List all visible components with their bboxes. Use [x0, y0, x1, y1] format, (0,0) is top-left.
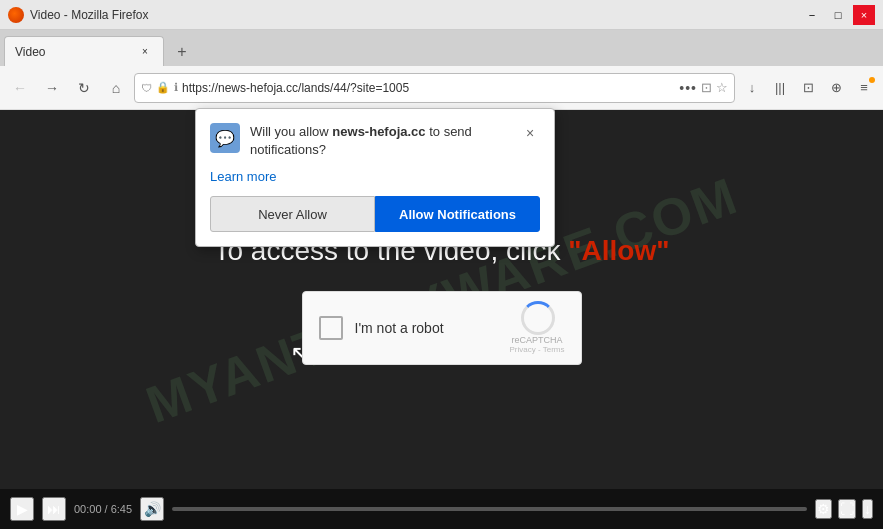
fullscreen-button[interactable]: ⛶ — [838, 499, 856, 519]
toolbar-right: ↓ ||| ⊡ ⊕ ≡ — [739, 75, 877, 101]
recaptcha-label: I'm not a robot — [355, 320, 498, 336]
titlebar: Video - Mozilla Firefox − □ × — [0, 0, 883, 30]
forward-button[interactable]: → — [38, 74, 66, 102]
recaptcha-box[interactable]: I'm not a robot reCAPTCHA Privacy - Term… — [302, 291, 582, 365]
zoom-button[interactable]: ⊕ — [823, 75, 849, 101]
progress-bar[interactable] — [172, 507, 807, 511]
allow-highlight: "Allow" — [568, 235, 669, 266]
maximize-button[interactable]: □ — [827, 5, 849, 25]
back-button[interactable]: ← — [6, 74, 34, 102]
home-button[interactable]: ⌂ — [102, 74, 130, 102]
recaptcha-logo: reCAPTCHA Privacy - Terms — [510, 301, 565, 354]
learn-more-link[interactable]: Learn more — [210, 169, 540, 184]
never-allow-button[interactable]: Never Allow — [210, 196, 375, 232]
allow-notifications-button[interactable]: Allow Notifications — [375, 196, 540, 232]
popup-close-button[interactable]: × — [520, 123, 540, 143]
notification-popup: 💬 Will you allow news-hefoja.cc to send … — [195, 108, 555, 247]
more-actions-button[interactable]: ••• — [679, 80, 697, 96]
right-controls: ⚙ ⛶ ↓ — [815, 499, 873, 519]
menu-button[interactable]: ≡ — [851, 75, 877, 101]
tab-label: Video — [15, 45, 45, 59]
new-tab-button[interactable]: + — [168, 38, 196, 66]
skip-button[interactable]: ⏭ — [42, 497, 66, 521]
time-display: 00:00 / 6:45 — [74, 503, 132, 515]
play-button[interactable]: ▶ — [10, 497, 34, 521]
tabbar: Video × + — [0, 30, 883, 66]
pocket-icon[interactable]: ⊡ — [701, 80, 712, 95]
minimize-button[interactable]: − — [801, 5, 823, 25]
titlebar-title: Video - Mozilla Firefox — [30, 8, 149, 22]
popup-message-icon: 💬 — [210, 123, 240, 153]
firefox-icon — [8, 7, 24, 23]
close-button[interactable]: × — [853, 5, 875, 25]
volume-button[interactable]: 🔊 — [140, 497, 164, 521]
lock-icon: 🔒 — [156, 81, 170, 94]
sync-button[interactable]: ⊡ — [795, 75, 821, 101]
titlebar-controls: − □ × — [801, 5, 875, 25]
recaptcha-spinner — [521, 301, 553, 333]
titlebar-left: Video - Mozilla Firefox — [8, 7, 149, 23]
video-controls: ▶ ⏭ 00:00 / 6:45 🔊 ⚙ ⛶ ↓ — [0, 489, 883, 529]
info-icon: ℹ — [174, 81, 178, 94]
bookmark-icon[interactable]: ☆ — [716, 80, 728, 95]
popup-buttons: Never Allow Allow Notifications — [210, 196, 540, 232]
tab-video[interactable]: Video × — [4, 36, 164, 66]
library-button[interactable]: ||| — [767, 75, 793, 101]
tab-close-button[interactable]: × — [137, 44, 153, 60]
popup-header: 💬 Will you allow news-hefoja.cc to send … — [210, 123, 540, 159]
popup-message: Will you allow news-hefoja.cc to send no… — [250, 123, 510, 159]
recaptcha-brand: reCAPTCHA — [512, 335, 563, 345]
recaptcha-checkbox[interactable] — [319, 316, 343, 340]
download-button[interactable]: ↓ — [739, 75, 765, 101]
shield-icon: 🛡 — [141, 82, 152, 94]
popup-domain: news-hefoja.cc — [332, 124, 425, 139]
url-text: https://news-hefoja.cc/lands/44/?site=10… — [182, 81, 675, 95]
toolbar: ← → ↻ ⌂ 🛡 🔒 ℹ https://news-hefoja.cc/lan… — [0, 66, 883, 110]
video-download-button[interactable]: ↓ — [862, 499, 873, 519]
refresh-button[interactable]: ↻ — [70, 74, 98, 102]
recaptcha-privacy: Privacy - Terms — [510, 345, 565, 354]
address-bar[interactable]: 🛡 🔒 ℹ https://news-hefoja.cc/lands/44/?s… — [134, 73, 735, 103]
settings-button[interactable]: ⚙ — [815, 499, 832, 519]
